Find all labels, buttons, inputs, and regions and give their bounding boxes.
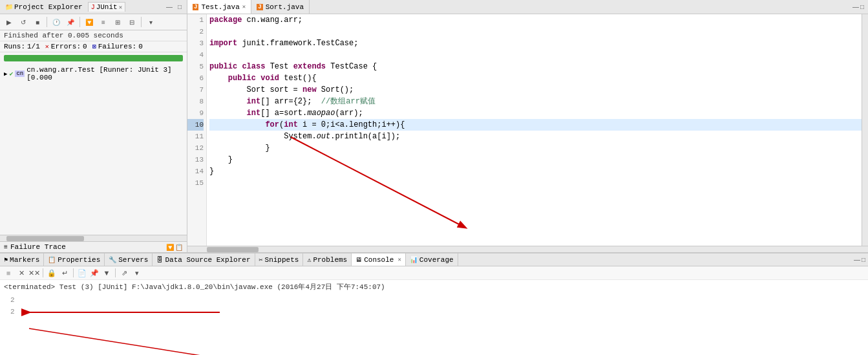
test-java-label: Test.java [201, 3, 239, 11]
console-header-text: <terminated> Test (3) [JUnit] F:\Java\jd… [4, 281, 864, 293]
code-content[interactable]: package cn.wang.arr; import junit.framew… [207, 14, 862, 246]
bottom-tabs-bar: ⚑ Markers 📋 Properties 🔧 Servers 🗄 Data … [0, 253, 868, 266]
stop-btn[interactable]: ■ [31, 16, 44, 28]
pin-btn[interactable]: 📌 [64, 16, 77, 28]
kw-import: import [209, 38, 237, 49]
console-output-line1: 2 [10, 294, 864, 306]
project-explorer-tab[interactable]: 📁 Project Explorer [3, 3, 85, 12]
snippets-tab[interactable]: ✂ Snippets [255, 253, 304, 266]
coverage-tab[interactable]: 📊 Coverage [406, 253, 458, 266]
console-more-btn[interactable]: ▾ [131, 267, 143, 279]
stats-bar: Runs: 1/1 ✕ Errors: 0 ⊠ Failures: 0 [0, 41, 187, 52]
expand-btn[interactable]: ⊞ [111, 16, 124, 28]
filter-btn[interactable]: 🔽 [83, 16, 96, 28]
terminate-btn[interactable]: ■ [3, 267, 14, 279]
runs-stat: Runs: 1/1 [4, 43, 40, 50]
collapse-btn[interactable]: ⊟ [125, 16, 138, 28]
new-console-view-btn[interactable]: 📄 [76, 267, 88, 279]
copy-trace-btn[interactable]: 📋 [175, 244, 183, 251]
failure-trace-section: ≡ Failure Trace 🔽 📋 [0, 241, 187, 252]
errors-label: Errors: [51, 43, 81, 50]
editor-vscrollbar[interactable] [862, 14, 868, 246]
data-source-tab[interactable]: 🗄 Data Source Explorer [153, 253, 255, 266]
console-label: Console [364, 256, 394, 264]
rerun-btn[interactable]: ▶ [3, 16, 16, 28]
console-tab[interactable]: 🖥 Console ✕ [352, 253, 406, 266]
editor-hscrollbar[interactable] [187, 246, 868, 252]
runs-label: Runs: [4, 43, 25, 50]
trace-controls: 🔽 📋 [166, 244, 183, 251]
console-output-line2: 2 [10, 306, 864, 317]
editor-hscroll-thumb[interactable] [207, 247, 259, 252]
line-num-1: 1 [187, 14, 204, 26]
history-btn[interactable]: 🕐 [50, 16, 63, 28]
markers-tab[interactable]: ⚑ Markers [0, 253, 44, 266]
failures-value: 0 [138, 43, 143, 50]
editor-tab-controls: — □ [852, 3, 868, 10]
rerun-failed-btn[interactable]: ↺ [17, 16, 30, 28]
h-scroll-thumb[interactable] [6, 236, 84, 241]
test-java-tab[interactable]: J Test.java ✕ [187, 0, 251, 14]
tree-item-label: cn.wang.arr.Test [Runner: JUnit 3] [0.00… [26, 66, 183, 81]
line-num-10: 10 [187, 119, 204, 131]
left-panel: 📁 Project Explorer J JUnit ✕ — □ ▶ [0, 0, 187, 252]
snippets-label: Snippets [265, 256, 299, 264]
layout-btn[interactable]: ≡ [97, 16, 110, 28]
console-content: <terminated> Test (3) [JUnit] F:\Java\jd… [0, 280, 868, 355]
kw-extends: extends [293, 61, 326, 72]
errors-stat: ✕ Errors: 0 [45, 43, 87, 50]
scroll-lock-btn[interactable]: 🔒 [46, 267, 58, 279]
failure-trace-label: Failure Trace [10, 243, 66, 251]
close-junit-icon[interactable]: ✕ [119, 4, 122, 11]
console-output-area: 2 2 [4, 294, 864, 317]
pin-console-btn[interactable]: 📌 [89, 267, 100, 279]
method-maopao: maopao [307, 107, 335, 119]
problems-tab[interactable]: ⚠ Problems [303, 253, 352, 266]
editor-minimize-btn[interactable]: — [852, 3, 859, 10]
line-num-3: 3 [187, 38, 204, 49]
properties-tab[interactable]: 📋 Properties [44, 253, 105, 266]
kw-void: void [260, 72, 279, 84]
failures-label: Failures: [98, 43, 136, 50]
editor-tabs-bar: J Test.java ✕ J Sort.java — □ [187, 0, 868, 14]
code-line-10: for ( int i = 0;i<a.length;i++){ [209, 119, 862, 131]
test-class-icon2: cn [15, 70, 25, 77]
tree-root-item[interactable]: ▶ ✔ cn cn.wang.arr.Test [Runner: JUnit 3… [1, 65, 185, 82]
code-line-13: } [209, 154, 862, 166]
console-btn-group: 📄 📌 ▼ [76, 267, 112, 279]
servers-tab[interactable]: 🔧 Servers [105, 253, 153, 266]
coverage-label: Coverage [419, 256, 454, 264]
editor-maximize-btn[interactable]: □ [860, 3, 864, 10]
filter-stack-btn[interactable]: 🔽 [166, 244, 174, 251]
close-test-java-icon[interactable]: ✕ [242, 3, 246, 10]
problems-label: Problems [313, 256, 347, 264]
line-num-13: 13 [187, 154, 204, 166]
word-wrap-btn[interactable]: ↵ [59, 267, 70, 279]
bottom-maximize-btn[interactable]: □ [862, 256, 865, 263]
maximize-btn[interactable]: □ [175, 3, 184, 12]
code-line-4 [209, 49, 862, 61]
code-line-8: int [] arr={2}; //数组arr赋值 [209, 96, 862, 107]
minimize-btn[interactable]: — [165, 3, 174, 12]
field-out: out [317, 131, 331, 142]
junit-tab[interactable]: J JUnit ✕ [88, 2, 125, 12]
code-line-14: } [209, 166, 862, 177]
remove-console-btn[interactable]: ✕ [16, 267, 27, 279]
markers-icon: ⚑ [4, 256, 8, 264]
line-num-15: 15 [187, 177, 204, 189]
open-console-btn[interactable]: ⇗ [118, 267, 130, 279]
bottom-minimize-btn[interactable]: — [854, 256, 860, 263]
display-selected-btn[interactable]: ▼ [101, 267, 112, 279]
test-tree: ▶ ✔ cn cn.wang.arr.Test [Runner: JUnit 3… [0, 64, 187, 235]
h-scrollbar[interactable] [0, 235, 187, 241]
code-editor: 1 2 3 4 5 6 7 8 9 10 11 12 13 14 15 [187, 14, 868, 246]
more-btn[interactable]: ▾ [144, 16, 157, 28]
close-console-icon[interactable]: ✕ [397, 256, 401, 263]
line-num-14: 14 [187, 166, 204, 177]
sort-java-tab[interactable]: J Sort.java [251, 0, 310, 14]
line-num-7: 7 [187, 84, 204, 96]
expand-arrow-icon: ▶ [4, 70, 7, 78]
line-num-8: 8 [187, 96, 204, 107]
remove-all-terminated-btn[interactable]: ✕✕ [28, 267, 40, 279]
kw-int1: int [247, 96, 261, 107]
